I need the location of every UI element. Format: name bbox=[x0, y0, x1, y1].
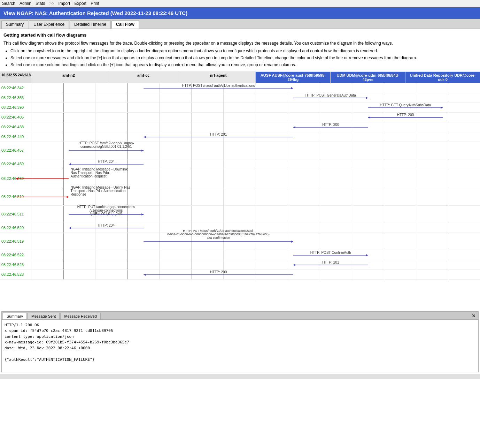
time-13: 08:22:46.522 bbox=[0, 250, 31, 260]
title-bar: View NGAP: NAS: Authentication Rejected … bbox=[0, 7, 480, 19]
page-title: View NGAP: NAS: Authentication Rejected … bbox=[3, 10, 187, 16]
col-header-udm[interactable]: UDM UDM@core-udm-6f5bf8b84d-42pvs bbox=[331, 72, 405, 83]
menu-sep: >> bbox=[49, 1, 54, 6]
node-amf-cc-0 bbox=[160, 83, 224, 93]
menu-search[interactable]: Search bbox=[2, 1, 15, 6]
diagram-area: 10.232.55.246:61837 amf-n2 amf-cc nrf-ag… bbox=[0, 72, 480, 379]
menu-admin[interactable]: Admin bbox=[20, 1, 31, 6]
menu-stats[interactable]: Stats bbox=[36, 1, 45, 6]
tab-summary[interactable]: Summary bbox=[1, 20, 28, 29]
bottom-scrollbar[interactable] bbox=[0, 374, 480, 379]
node-amf-n2-0 bbox=[95, 83, 160, 93]
row-6: 08:22:46.457 bbox=[0, 142, 480, 159]
col-header-nrf-agent[interactable]: nrf-agent bbox=[181, 72, 256, 83]
col-header-amf-cc[interactable]: amf-cc bbox=[106, 72, 181, 83]
node-nrf-0 bbox=[224, 83, 288, 93]
row-14: 08:22:46.523 bbox=[0, 260, 480, 270]
node-ue-0 bbox=[31, 83, 95, 93]
close-icon[interactable]: ✕ bbox=[472, 313, 476, 319]
tab-user-experience[interactable]: User Experience bbox=[29, 20, 69, 29]
msg-tab-summary[interactable]: Summary bbox=[3, 313, 27, 319]
row-12: 08:22:46.519 bbox=[0, 233, 480, 250]
time-6: 08:22:46.457 bbox=[0, 142, 31, 159]
row-10: 08:22:46.511 bbox=[0, 206, 480, 223]
help-intro: This call flow diagram shows the protoco… bbox=[3, 40, 477, 46]
message-text: HTTP/1.1 200 OK x-span-id: f54d7b70-c2ac… bbox=[5, 322, 475, 363]
row-13: 08:22:46.522 bbox=[0, 250, 480, 260]
row-7: 08:22:46.459 bbox=[0, 159, 480, 169]
message-panel: Summary Message Sent Message Received ✕ … bbox=[1, 311, 479, 372]
row-15: 08:22:46.523 bbox=[0, 270, 480, 280]
row-1: 08:22:46.356 bbox=[0, 93, 480, 103]
help-bullet-2: Select one or more messages and click on… bbox=[10, 55, 477, 61]
time-15: 08:22:46.523 bbox=[0, 270, 31, 279]
col-header-udr[interactable]: Unified Data Repository UDR@core-udr-0 bbox=[405, 72, 480, 83]
help-area: Getting started with call flow diagrams … bbox=[0, 29, 480, 72]
col-header-amf-n2[interactable]: amf-n2 bbox=[31, 72, 106, 83]
menu-import[interactable]: Import bbox=[58, 1, 70, 6]
time-5: 08:22:46.440 bbox=[0, 132, 31, 142]
row-9: 08:22:46.510 bbox=[0, 188, 480, 206]
time-1: 08:22:46.356 bbox=[0, 93, 31, 102]
help-bullet-1: Click on the cogwheel icon in the top ri… bbox=[10, 48, 477, 54]
time-7: 08:22:46.459 bbox=[0, 159, 31, 169]
col-header-ausf[interactable]: AUSF AUSF@core-ausf-758ffb9595-294bg bbox=[256, 72, 331, 83]
message-panel-tab-bar: Summary Message Sent Message Received ✕ bbox=[2, 312, 478, 320]
node-udm-0 bbox=[352, 83, 416, 93]
diagram-container: 08:22:46.342 08:22:46.356 08 bbox=[0, 83, 480, 310]
time-2: 08:22:46.390 bbox=[0, 103, 31, 112]
column-headers: 10.232.55.246:61837 amf-n2 amf-cc nrf-ag… bbox=[0, 72, 480, 83]
row-2: 08:22:46.390 bbox=[0, 103, 480, 113]
msg-tab-message-received[interactable]: Message Received bbox=[60, 313, 101, 319]
message-content: HTTP/1.1 200 OK x-span-id: f54d7b70-c2ac… bbox=[2, 320, 478, 372]
time-8: 08:22:46.459 bbox=[0, 169, 31, 188]
row-3: 08:22:46.405 bbox=[0, 113, 480, 122]
help-bullets: Click on the cogwheel icon in the top ri… bbox=[10, 48, 477, 68]
row-0: 08:22:46.342 bbox=[0, 83, 480, 93]
msg-tab-message-sent[interactable]: Message Sent bbox=[28, 313, 60, 319]
time-4: 08:22:46.438 bbox=[0, 122, 31, 132]
help-title: Getting started with call flow diagrams bbox=[3, 32, 477, 39]
row-4: 08:22:46.438 bbox=[0, 122, 480, 132]
tab-bar: Summary User Experience Detailed Timelin… bbox=[0, 19, 480, 29]
menu-export[interactable]: Export bbox=[74, 1, 86, 6]
row-8: 08:22:46.459 bbox=[0, 169, 480, 188]
tab-call-flow[interactable]: Call Flow bbox=[111, 20, 139, 29]
row-5: 08:22:46.440 bbox=[0, 132, 480, 142]
time-3: 08:22:46.405 bbox=[0, 113, 31, 122]
time-14: 08:22:46.523 bbox=[0, 260, 31, 269]
top-menu: Search Admin Stats >> Import Export Prin… bbox=[0, 0, 480, 7]
time-0: 08:22:46.342 bbox=[0, 83, 31, 93]
row-11: 08:22:46.520 bbox=[0, 223, 480, 233]
menu-print[interactable]: Print bbox=[91, 1, 99, 6]
diagram-rows: 08:22:46.342 08:22:46.356 08 bbox=[0, 83, 480, 280]
time-11: 08:22:46.520 bbox=[0, 223, 31, 233]
time-12: 08:22:46.519 bbox=[0, 233, 31, 250]
time-9: 08:22:46.510 bbox=[0, 188, 31, 205]
col-header-time: 10.232.55.246:61837 bbox=[0, 72, 31, 83]
node-udr-0 bbox=[416, 83, 480, 93]
node-ausf-0 bbox=[288, 83, 352, 93]
help-bullet-3: Select one or more column headings and c… bbox=[10, 62, 477, 68]
tab-detailed-timeline[interactable]: Detailed Timeline bbox=[70, 20, 111, 29]
time-10: 08:22:46.511 bbox=[0, 206, 31, 223]
